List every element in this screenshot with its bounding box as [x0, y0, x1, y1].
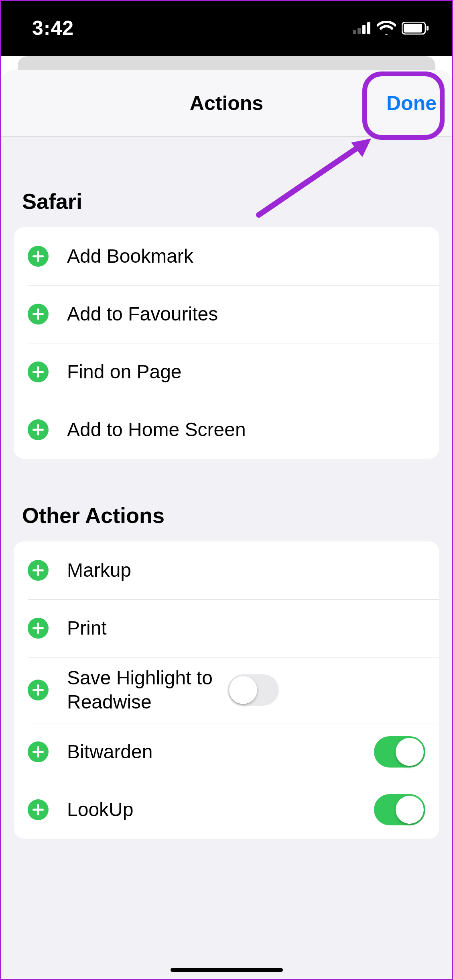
wifi-icon: [377, 21, 396, 35]
status-bar: 3:42: [0, 0, 453, 56]
add-icon[interactable]: [28, 799, 49, 820]
sheet-header: Actions Done: [1, 70, 452, 137]
row-label: LookUp: [67, 798, 374, 822]
svg-rect-3: [367, 22, 370, 34]
add-icon[interactable]: [28, 304, 49, 325]
actions-sheet: Actions Done Safari Add Bookmark Add to …: [1, 70, 452, 979]
add-icon[interactable]: [28, 419, 49, 440]
row-label: Add Bookmark: [67, 244, 425, 268]
status-time: 3:42: [32, 16, 74, 40]
add-icon[interactable]: [28, 361, 49, 382]
row-add-to-favourites[interactable]: Add to Favourites: [14, 285, 439, 343]
row-add-bookmark[interactable]: Add Bookmark: [14, 227, 439, 285]
svg-rect-5: [404, 24, 422, 33]
row-label: Add to Favourites: [67, 302, 425, 326]
add-icon[interactable]: [28, 246, 49, 267]
status-icons: [353, 21, 429, 35]
svg-rect-0: [353, 30, 356, 34]
svg-rect-1: [358, 28, 361, 34]
safari-actions-list: Add Bookmark Add to Favourites Find on P…: [14, 227, 439, 459]
row-add-to-home-screen[interactable]: Add to Home Screen: [14, 401, 439, 459]
add-icon[interactable]: [28, 680, 49, 700]
row-label: Bitwarden: [67, 740, 374, 764]
row-label: Markup: [67, 558, 425, 582]
row-label: Find on Page: [67, 360, 425, 384]
svg-rect-6: [427, 26, 429, 31]
row-markup[interactable]: Markup: [14, 541, 439, 599]
toggle-bitwarden[interactable]: [374, 736, 425, 768]
battery-icon: [402, 22, 429, 35]
add-icon[interactable]: [28, 741, 49, 762]
row-label: Add to Home Screen: [67, 418, 425, 442]
other-actions-list: Markup Print Save Highlight to Readwise …: [14, 541, 439, 839]
section-title-other: Other Actions: [1, 503, 452, 528]
row-lookup[interactable]: LookUp: [14, 781, 439, 839]
done-button[interactable]: Done: [386, 92, 437, 115]
row-print[interactable]: Print: [14, 599, 439, 657]
sheet-title: Actions: [190, 92, 263, 115]
row-save-highlight-to-readwise[interactable]: Save Highlight to Readwise: [14, 657, 439, 723]
svg-rect-2: [362, 25, 366, 34]
row-label: Save Highlight to Readwise: [67, 666, 228, 714]
home-indicator: [171, 968, 283, 972]
row-label: Print: [67, 616, 425, 640]
toggle-lookup[interactable]: [374, 794, 425, 825]
toggle-save-highlight-to-readwise[interactable]: [228, 674, 279, 706]
row-find-on-page[interactable]: Find on Page: [14, 343, 439, 401]
cellular-icon: [353, 22, 371, 34]
section-title-safari: Safari: [1, 189, 452, 214]
add-icon[interactable]: [28, 618, 49, 639]
add-icon[interactable]: [28, 560, 49, 581]
row-bitwarden[interactable]: Bitwarden: [14, 723, 439, 781]
